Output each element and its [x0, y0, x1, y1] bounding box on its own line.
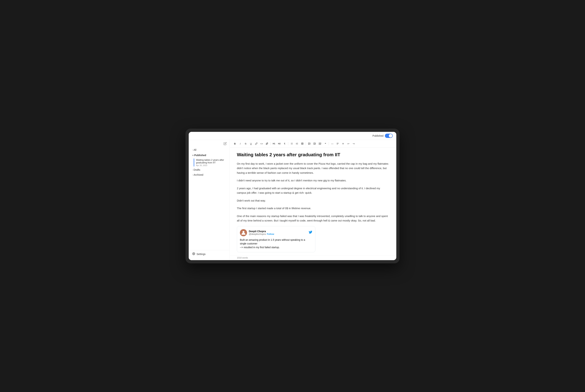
published-section-label: Published — [194, 154, 206, 156]
svg-point-0 — [193, 253, 194, 254]
sub-item-content: Waiting tables 2 years after graduating … — [194, 158, 226, 166]
tweet-header: Deepti Chopra @deeptivchopra Follow — [240, 229, 312, 236]
paragraph-button[interactable]: ¶ — [282, 141, 287, 146]
svg-point-17 — [314, 143, 315, 144]
redo-button[interactable]: ↪ — [351, 141, 356, 146]
new-post-icon[interactable] — [223, 142, 227, 146]
h2-button[interactable]: H2 — [277, 141, 282, 146]
twitter-icon — [309, 230, 312, 235]
sidebar-item-drafts[interactable]: › Drafts — [189, 167, 229, 172]
link-button[interactable] — [254, 141, 259, 146]
tweet-user-info: Deepti Chopra @deeptivchopra Follow — [249, 230, 274, 236]
h1-button[interactable]: H1 — [272, 141, 276, 146]
toggle-knob — [389, 134, 392, 138]
code-button[interactable]: <> — [259, 141, 264, 146]
paragraph-3: 2 years ago, I had graduated with an und… — [237, 186, 389, 195]
align-button[interactable] — [335, 141, 340, 146]
sidebar-item-archived[interactable]: › Archived — [189, 172, 229, 177]
published-label: Published — [373, 134, 384, 137]
sub-item-title: Waiting tables 2 years after graduating … — [196, 158, 226, 164]
sidebar-item-article[interactable]: Waiting tables 2 years after graduating … — [189, 158, 229, 167]
editor-area: B I S U <> H1 H2 ¶ — [230, 140, 396, 260]
sidebar-section-published: ∨ Published Waiting tables 2 years after… — [189, 153, 229, 167]
svg-point-15 — [309, 143, 309, 144]
app-window: Published — [189, 132, 396, 260]
sidebar: › All ∨ Published Waiting tables 2 years… — [189, 140, 230, 260]
sub-item-date: Apr 20, 2023 — [196, 164, 226, 166]
device-frame: Published — [185, 129, 400, 263]
bold-button[interactable]: B — [232, 141, 237, 146]
blockquote-button[interactable] — [318, 141, 322, 146]
tweet-handle: @deeptivchopra — [249, 233, 266, 236]
quote-button[interactable]: ❝ — [323, 141, 328, 146]
sidebar-item-all[interactable]: › All — [189, 147, 229, 152]
drafts-chevron: › — [192, 169, 193, 171]
article-content[interactable]: Waiting tables 2 years after graduating … — [230, 148, 396, 255]
drafts-label: Drafts — [193, 168, 200, 171]
tweet-handle-row: @deeptivchopra Follow — [249, 233, 274, 236]
top-bar: Published — [189, 132, 396, 140]
underline-button[interactable]: U — [249, 141, 253, 146]
main-layout: › All ∨ Published Waiting tables 2 years… — [189, 140, 396, 260]
strikethrough-button[interactable]: S — [243, 141, 248, 146]
formatting-toolbar: B I S U <> H1 H2 ¶ — [230, 140, 396, 148]
sidebar-nav: › All ∨ Published Waiting tables 2 years… — [189, 147, 229, 250]
sidebar-published-header[interactable]: ∨ Published — [189, 153, 229, 158]
sidebar-bottom: Settings — [189, 250, 229, 258]
published-chevron: ∨ — [192, 154, 193, 156]
ordered-list-button[interactable] — [295, 141, 299, 146]
tweet-name: Deepti Chopra — [249, 230, 274, 233]
all-label: All — [193, 148, 196, 151]
tweet-user: Deepti Chopra @deeptivchopra Follow — [240, 229, 274, 236]
published-toggle: Published — [373, 134, 393, 138]
toolbar-divider-2 — [288, 142, 288, 145]
settings-icon — [192, 252, 195, 256]
archived-label: Archived — [193, 173, 203, 176]
svg-point-21 — [242, 231, 244, 233]
paragraph-5: The first startup I started made a total… — [237, 206, 389, 210]
settings-item[interactable]: Settings — [192, 252, 226, 256]
tweet-embed: Deepti Chopra @deeptivchopra Follow — [237, 226, 315, 252]
sidebar-top — [189, 142, 229, 147]
italic-button[interactable]: I — [238, 141, 242, 146]
attachment-button[interactable] — [265, 141, 269, 146]
clear-format-button[interactable]: ✕ — [341, 141, 345, 146]
all-chevron: › — [192, 149, 193, 151]
image-button[interactable] — [307, 141, 312, 146]
published-toggle-switch[interactable] — [385, 134, 393, 138]
archived-chevron: › — [192, 174, 193, 176]
paragraph-1: On my first day to work, I wore a jacket… — [237, 162, 389, 175]
undo-button[interactable]: ↩ — [346, 141, 351, 146]
paragraph-4: Didn't work out that way. — [237, 198, 389, 203]
article-body: On my first day to work, I wore a jacket… — [237, 162, 389, 252]
avatar — [240, 229, 247, 236]
settings-label: Settings — [197, 253, 206, 256]
table-button[interactable] — [300, 141, 305, 146]
paragraph-2: I didn't need anyone to try to talk me o… — [237, 178, 389, 183]
hr-button[interactable]: — — [330, 141, 335, 146]
follow-button[interactable]: Follow — [267, 233, 274, 236]
paragraph-6: One of the main reasons my startup faile… — [237, 214, 389, 223]
bullet-list-button[interactable] — [289, 141, 294, 146]
embed-image-button[interactable] — [312, 141, 317, 146]
article-title: Waiting tables 2 years after graduating … — [237, 152, 389, 158]
word-count: 1018 words — [230, 255, 396, 260]
tweet-content: Built an amazing product in 1.5 years wi… — [240, 238, 312, 249]
